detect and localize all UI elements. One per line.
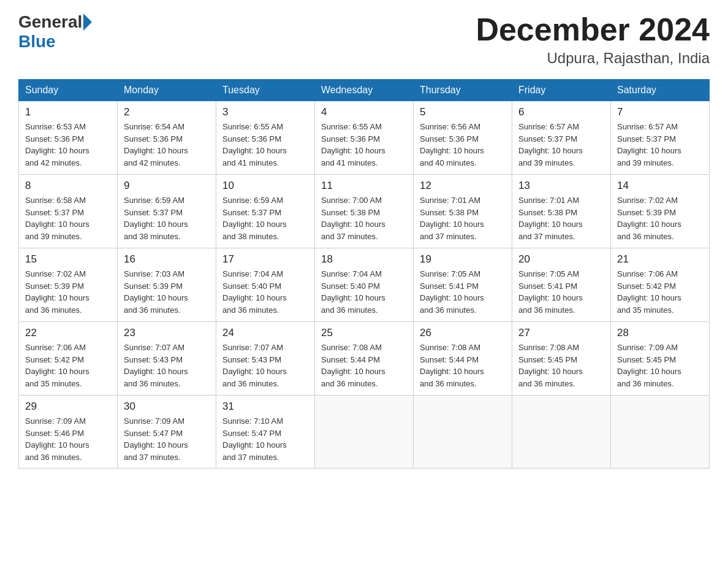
calendar-day-cell: 3Sunrise: 6:55 AMSunset: 5:36 PMDaylight… xyxy=(216,101,315,175)
calendar-day-cell xyxy=(611,396,710,469)
month-title: December 2024 xyxy=(476,12,710,47)
day-number: 20 xyxy=(518,253,604,266)
day-info: Sunrise: 6:58 AMSunset: 5:37 PMDaylight:… xyxy=(25,194,111,242)
calendar-day-cell: 14Sunrise: 7:02 AMSunset: 5:39 PMDayligh… xyxy=(611,175,710,248)
day-number: 10 xyxy=(222,180,308,192)
calendar-header-row: SundayMondayTuesdayWednesdayThursdayFrid… xyxy=(19,80,710,101)
day-info: Sunrise: 7:01 AMSunset: 5:38 PMDaylight:… xyxy=(420,194,506,242)
day-number: 13 xyxy=(518,180,604,192)
calendar-day-cell: 8Sunrise: 6:58 AMSunset: 5:37 PMDaylight… xyxy=(19,175,118,248)
page-header: General Blue December 2024 Udpura, Rajas… xyxy=(18,12,710,67)
day-number: 1 xyxy=(25,106,111,118)
day-info: Sunrise: 6:55 AMSunset: 5:36 PMDaylight:… xyxy=(222,121,308,169)
day-number: 9 xyxy=(124,180,210,192)
day-number: 14 xyxy=(617,180,703,192)
calendar-week-row: 1Sunrise: 6:53 AMSunset: 5:36 PMDaylight… xyxy=(19,101,710,175)
day-number: 29 xyxy=(25,400,111,413)
calendar-day-cell: 4Sunrise: 6:55 AMSunset: 5:36 PMDaylight… xyxy=(315,101,414,175)
calendar-day-cell: 27Sunrise: 7:08 AMSunset: 5:45 PMDayligh… xyxy=(512,322,611,396)
day-info: Sunrise: 7:05 AMSunset: 5:41 PMDaylight:… xyxy=(420,268,506,316)
calendar-day-cell: 6Sunrise: 6:57 AMSunset: 5:37 PMDaylight… xyxy=(512,101,611,175)
day-number: 5 xyxy=(420,106,506,118)
calendar-day-cell: 11Sunrise: 7:00 AMSunset: 5:38 PMDayligh… xyxy=(315,175,414,248)
day-number: 4 xyxy=(321,106,407,118)
calendar-day-cell xyxy=(315,396,414,469)
day-info: Sunrise: 7:05 AMSunset: 5:41 PMDaylight:… xyxy=(518,268,604,316)
calendar-day-cell: 13Sunrise: 7:01 AMSunset: 5:38 PMDayligh… xyxy=(512,175,611,248)
calendar-week-row: 22Sunrise: 7:06 AMSunset: 5:42 PMDayligh… xyxy=(19,322,710,396)
calendar-day-cell: 16Sunrise: 7:03 AMSunset: 5:39 PMDayligh… xyxy=(118,248,216,322)
day-info: Sunrise: 7:06 AMSunset: 5:42 PMDaylight:… xyxy=(25,342,111,389)
calendar-day-cell: 21Sunrise: 7:06 AMSunset: 5:42 PMDayligh… xyxy=(611,248,710,322)
calendar-day-cell: 18Sunrise: 7:04 AMSunset: 5:40 PMDayligh… xyxy=(315,248,414,322)
day-number: 8 xyxy=(25,180,111,192)
day-number: 27 xyxy=(518,327,604,339)
calendar-day-cell: 25Sunrise: 7:08 AMSunset: 5:44 PMDayligh… xyxy=(315,322,414,396)
day-info: Sunrise: 7:09 AMSunset: 5:47 PMDaylight:… xyxy=(124,415,210,463)
calendar-day-cell: 30Sunrise: 7:09 AMSunset: 5:47 PMDayligh… xyxy=(118,396,216,469)
calendar-day-cell: 28Sunrise: 7:09 AMSunset: 5:45 PMDayligh… xyxy=(611,322,710,396)
day-info: Sunrise: 7:00 AMSunset: 5:38 PMDaylight:… xyxy=(321,194,407,242)
day-info: Sunrise: 6:59 AMSunset: 5:37 PMDaylight:… xyxy=(222,194,308,242)
calendar-day-cell: 29Sunrise: 7:09 AMSunset: 5:46 PMDayligh… xyxy=(19,396,118,469)
day-info: Sunrise: 6:56 AMSunset: 5:36 PMDaylight:… xyxy=(420,121,506,169)
day-info: Sunrise: 7:09 AMSunset: 5:46 PMDaylight:… xyxy=(25,415,111,463)
day-info: Sunrise: 7:07 AMSunset: 5:43 PMDaylight:… xyxy=(124,342,210,389)
day-info: Sunrise: 7:10 AMSunset: 5:47 PMDaylight:… xyxy=(222,415,308,463)
day-info: Sunrise: 7:08 AMSunset: 5:45 PMDaylight:… xyxy=(518,342,604,389)
calendar-day-cell: 2Sunrise: 6:54 AMSunset: 5:36 PMDaylight… xyxy=(118,101,216,175)
day-number: 25 xyxy=(321,327,407,339)
day-number: 28 xyxy=(617,327,703,339)
calendar-day-cell: 24Sunrise: 7:07 AMSunset: 5:43 PMDayligh… xyxy=(216,322,315,396)
day-info: Sunrise: 7:08 AMSunset: 5:44 PMDaylight:… xyxy=(321,342,407,389)
calendar-header-sunday: Sunday xyxy=(19,80,118,101)
logo-general-text: General xyxy=(18,12,82,32)
calendar-day-cell: 26Sunrise: 7:08 AMSunset: 5:44 PMDayligh… xyxy=(414,322,512,396)
day-info: Sunrise: 6:54 AMSunset: 5:36 PMDaylight:… xyxy=(124,121,210,169)
calendar-day-cell: 20Sunrise: 7:05 AMSunset: 5:41 PMDayligh… xyxy=(512,248,611,322)
calendar-day-cell: 12Sunrise: 7:01 AMSunset: 5:38 PMDayligh… xyxy=(414,175,512,248)
day-info: Sunrise: 6:59 AMSunset: 5:37 PMDaylight:… xyxy=(124,194,210,242)
day-info: Sunrise: 7:08 AMSunset: 5:44 PMDaylight:… xyxy=(420,342,506,389)
day-number: 23 xyxy=(124,327,210,339)
day-info: Sunrise: 7:02 AMSunset: 5:39 PMDaylight:… xyxy=(25,268,111,316)
day-info: Sunrise: 7:04 AMSunset: 5:40 PMDaylight:… xyxy=(222,268,308,316)
calendar-day-cell xyxy=(414,396,512,469)
calendar-day-cell: 23Sunrise: 7:07 AMSunset: 5:43 PMDayligh… xyxy=(118,322,216,396)
day-number: 26 xyxy=(420,327,506,339)
calendar-header-saturday: Saturday xyxy=(611,80,710,101)
day-number: 31 xyxy=(222,400,308,413)
day-info: Sunrise: 7:09 AMSunset: 5:45 PMDaylight:… xyxy=(617,342,703,389)
calendar-day-cell: 22Sunrise: 7:06 AMSunset: 5:42 PMDayligh… xyxy=(19,322,118,396)
day-number: 19 xyxy=(420,253,506,266)
day-number: 6 xyxy=(518,106,604,118)
day-info: Sunrise: 6:53 AMSunset: 5:36 PMDaylight:… xyxy=(25,121,111,169)
day-number: 2 xyxy=(124,106,210,118)
calendar-header-wednesday: Wednesday xyxy=(315,80,414,101)
calendar-header-thursday: Thursday xyxy=(414,80,512,101)
day-number: 11 xyxy=(321,180,407,192)
calendar-body: 1Sunrise: 6:53 AMSunset: 5:36 PMDaylight… xyxy=(19,101,710,469)
calendar-header-friday: Friday xyxy=(512,80,611,101)
calendar-day-cell: 19Sunrise: 7:05 AMSunset: 5:41 PMDayligh… xyxy=(414,248,512,322)
day-number: 22 xyxy=(25,327,111,339)
logo-blue-text: Blue xyxy=(18,32,56,52)
calendar-header-tuesday: Tuesday xyxy=(216,80,315,101)
calendar-week-row: 29Sunrise: 7:09 AMSunset: 5:46 PMDayligh… xyxy=(19,396,710,469)
day-info: Sunrise: 7:07 AMSunset: 5:43 PMDaylight:… xyxy=(222,342,308,389)
day-number: 3 xyxy=(222,106,308,118)
calendar-header-monday: Monday xyxy=(118,80,216,101)
day-number: 12 xyxy=(420,180,506,192)
calendar-table: SundayMondayTuesdayWednesdayThursdayFrid… xyxy=(18,79,710,469)
day-number: 21 xyxy=(617,253,703,266)
day-number: 18 xyxy=(321,253,407,266)
day-number: 24 xyxy=(222,327,308,339)
day-info: Sunrise: 7:06 AMSunset: 5:42 PMDaylight:… xyxy=(617,268,703,316)
calendar-day-cell: 31Sunrise: 7:10 AMSunset: 5:47 PMDayligh… xyxy=(216,396,315,469)
calendar-day-cell: 7Sunrise: 6:57 AMSunset: 5:37 PMDaylight… xyxy=(611,101,710,175)
day-info: Sunrise: 7:03 AMSunset: 5:39 PMDaylight:… xyxy=(124,268,210,316)
day-number: 7 xyxy=(617,106,703,118)
logo-arrow-icon xyxy=(83,13,92,31)
calendar-week-row: 15Sunrise: 7:02 AMSunset: 5:39 PMDayligh… xyxy=(19,248,710,322)
location-title: Udpura, Rajasthan, India xyxy=(476,50,710,67)
